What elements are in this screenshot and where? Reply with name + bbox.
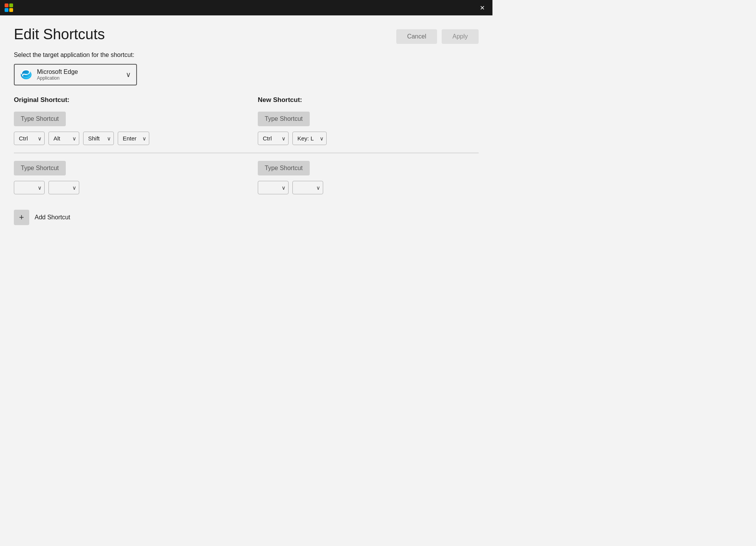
new-shortcut-label: New Shortcut: <box>246 96 479 104</box>
pt-cell-blue <box>5 8 8 12</box>
original-type-shortcut-btn-2[interactable]: Type Shortcut <box>14 161 66 175</box>
header-row: Edit Shortcuts Cancel Apply <box>14 26 479 44</box>
original-key-ctrl: Ctrl ∨ <box>14 132 45 145</box>
original-key-shift: Shift ∨ <box>83 132 114 145</box>
new-empty-key-1: ∨ <box>258 181 289 194</box>
header-buttons: Cancel Apply <box>396 29 479 44</box>
original-shortcut-label: Original Shortcut: <box>14 96 246 104</box>
new-shortcut-row-2: Type Shortcut ∨ ∨ <box>246 153 479 202</box>
new-empty-select-1[interactable] <box>258 181 289 194</box>
original-key-dropdowns-2: ∨ ∨ <box>14 181 235 194</box>
app-type: Application <box>37 75 121 81</box>
edge-icon <box>20 68 32 82</box>
new-key-ctrl-select[interactable]: Ctrl <box>258 132 289 145</box>
new-type-shortcut-btn-1[interactable]: Type Shortcut <box>258 112 310 126</box>
app-selector-subtitle: Select the target application for the sh… <box>14 52 479 58</box>
apply-button[interactable]: Apply <box>442 29 479 44</box>
original-key-alt: Alt ∨ <box>48 132 79 145</box>
new-key-ctrl: Ctrl ∨ <box>258 132 289 145</box>
new-key-l-select[interactable]: Key: L <box>292 132 327 145</box>
new-shortcut-row-1: Type Shortcut Ctrl ∨ Key: L ∨ <box>246 104 479 153</box>
close-button[interactable]: ✕ <box>476 2 488 13</box>
svg-point-1 <box>27 74 30 76</box>
new-key-dropdowns-1: Ctrl ∨ Key: L ∨ <box>258 132 479 145</box>
original-empty-select-1[interactable] <box>14 181 45 194</box>
main-content: Edit Shortcuts Cancel Apply Select the t… <box>0 15 492 244</box>
new-key-l: Key: L ∨ <box>292 132 327 145</box>
title-bar: ✕ <box>0 0 492 15</box>
pt-cell-red <box>5 3 8 7</box>
original-key-alt-select[interactable]: Alt <box>48 132 79 145</box>
new-empty-key-2: ∨ <box>292 181 323 194</box>
original-shortcut-row-2: Type Shortcut ∨ ∨ <box>14 153 246 202</box>
original-key-dropdowns-1: Ctrl ∨ Alt ∨ Shift ∨ <box>14 132 235 145</box>
app-name: Microsoft Edge <box>37 68 121 75</box>
shortcut-row-1: Type Shortcut Ctrl ∨ Alt ∨ <box>14 104 479 153</box>
pt-cell-green <box>9 3 13 7</box>
page-title: Edit Shortcuts <box>14 26 105 43</box>
original-key-shift-select[interactable]: Shift <box>83 132 114 145</box>
new-empty-select-2[interactable] <box>292 181 323 194</box>
column-labels-row: Original Shortcut: New Shortcut: <box>14 96 479 104</box>
original-type-shortcut-btn-1[interactable]: Type Shortcut <box>14 112 66 126</box>
shortcut-row-2: Type Shortcut ∨ ∨ <box>14 153 479 202</box>
cancel-button[interactable]: Cancel <box>396 29 437 44</box>
add-shortcut-row[interactable]: + Add Shortcut <box>14 202 479 233</box>
original-key-ctrl-select[interactable]: Ctrl <box>14 132 45 145</box>
app-dropdown-chevron: ∨ <box>126 70 131 79</box>
original-key-enter: Enter ∨ <box>118 132 149 145</box>
original-empty-select-2[interactable] <box>48 181 79 194</box>
original-shortcut-row-1: Type Shortcut Ctrl ∨ Alt ∨ <box>14 104 246 153</box>
shortcut-section: Original Shortcut: New Shortcut: Type Sh… <box>14 96 479 233</box>
new-key-dropdowns-2: ∨ ∨ <box>258 181 479 194</box>
add-shortcut-label: Add Shortcut <box>35 214 70 221</box>
powertoys-icon <box>5 3 13 12</box>
pt-cell-yellow <box>9 8 13 12</box>
original-empty-key-1: ∨ <box>14 181 45 194</box>
add-shortcut-icon: + <box>14 210 29 225</box>
app-info: Microsoft Edge Application <box>37 68 121 81</box>
original-key-enter-select[interactable]: Enter <box>118 132 149 145</box>
title-bar-left <box>5 3 13 12</box>
app-dropdown[interactable]: Microsoft Edge Application ∨ <box>14 64 137 85</box>
new-type-shortcut-btn-2[interactable]: Type Shortcut <box>258 161 310 175</box>
original-empty-key-2: ∨ <box>48 181 79 194</box>
